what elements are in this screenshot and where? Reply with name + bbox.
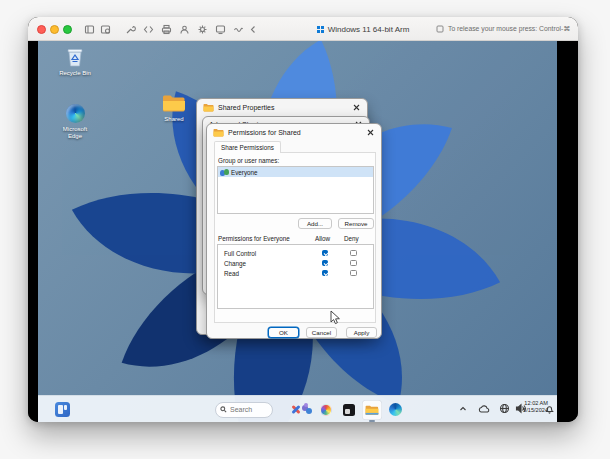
desktop-icon-shared-folder[interactable]: Shared	[152, 91, 196, 123]
tray-date: 5/15/2024	[512, 407, 548, 414]
taskbar: 12:02 AM 5/15/2024	[38, 395, 557, 422]
windows-desktop: Recycle Bin Microsoft Edge Shared	[38, 41, 557, 422]
dialog-titlebar: Permissions for Shared	[207, 124, 381, 140]
folder-icon	[203, 103, 214, 112]
add-button[interactable]: Add...	[298, 218, 332, 229]
group-list-item[interactable]: Everyone	[218, 167, 373, 177]
printer-icon[interactable]	[161, 24, 172, 35]
onedrive-cloud-icon[interactable]	[478, 404, 491, 414]
windows-logo-icon	[317, 26, 324, 33]
cancel-button[interactable]: Cancel	[306, 327, 337, 338]
mouse-cursor	[330, 310, 341, 325]
snapshots-icon[interactable]	[100, 24, 111, 35]
vm-screen: Recycle Bin Microsoft Edge Shared	[28, 41, 578, 422]
permissions-dialog: Permissions for Shared Share Permissions…	[206, 123, 382, 339]
tray-clock[interactable]: 12:02 AM 5/15/2024	[512, 400, 548, 414]
fullscreen-arrows-icon[interactable]	[143, 24, 154, 35]
user-icon[interactable]	[179, 24, 190, 35]
tab-share-permissions[interactable]: Share Permissions	[214, 141, 281, 153]
desktop-icon-label: Shared	[152, 116, 196, 123]
close-icon[interactable]	[366, 128, 375, 137]
tray-chevron-up-icon[interactable]	[459, 405, 467, 413]
close-traffic-light[interactable]	[37, 25, 46, 34]
search-icon	[220, 406, 227, 413]
widgets-icon[interactable]	[55, 402, 70, 417]
allow-checkbox[interactable]	[322, 250, 329, 257]
desktop-icon-microsoft-edge[interactable]: Microsoft Edge	[53, 101, 97, 139]
allow-checkbox[interactable]	[322, 270, 329, 277]
signal-wave-icon[interactable]	[233, 24, 244, 35]
snipping-tool-icon[interactable]	[343, 404, 355, 416]
desktop-icon-label: Recycle Bin	[53, 70, 97, 77]
permissions-for-label: Permissions for Everyone	[218, 235, 290, 242]
permission-row: Read	[218, 268, 373, 278]
group-list[interactable]: Everyone	[217, 166, 374, 214]
ok-button[interactable]: OK	[268, 327, 299, 338]
gear-icon[interactable]	[197, 24, 208, 35]
edge-taskbar-icon[interactable]	[389, 403, 402, 416]
search-input[interactable]	[230, 406, 268, 413]
permission-name: Read	[224, 270, 239, 277]
desktop-icon-recycle-bin[interactable]: Recycle Bin	[53, 45, 97, 77]
deny-checkbox[interactable]	[350, 270, 357, 277]
wrench-icon[interactable]	[125, 24, 136, 35]
search-box[interactable]	[215, 402, 273, 418]
remove-button[interactable]: Remove	[338, 218, 374, 229]
vm-screen-icon[interactable]	[84, 24, 95, 35]
dialog-title: Permissions for Shared	[228, 129, 301, 136]
folder-icon	[213, 128, 224, 137]
users-group-icon	[220, 169, 228, 176]
folder-icon	[162, 91, 186, 115]
recycle-bin-icon	[63, 45, 87, 69]
allow-column-header: Allow	[315, 235, 330, 242]
host-titlebar: Windows 11 64-bit Arm To release your mo…	[28, 17, 578, 41]
close-icon[interactable]	[352, 103, 361, 112]
zoom-traffic-light[interactable]	[63, 25, 72, 34]
tray-time: 12:02 AM	[512, 400, 548, 407]
display-icon[interactable]	[215, 24, 226, 35]
deny-checkbox[interactable]	[350, 260, 357, 267]
permission-name: Change	[224, 260, 246, 267]
photos-icon[interactable]	[320, 404, 332, 416]
allow-checkbox[interactable]	[322, 260, 329, 267]
permission-name: Full Control	[224, 250, 256, 257]
minimize-traffic-light[interactable]	[50, 25, 59, 34]
deny-checkbox[interactable]	[350, 250, 357, 257]
notification-bell-icon[interactable]	[545, 404, 554, 414]
permission-row: Full Control	[218, 248, 373, 258]
permission-row: Change	[218, 258, 373, 268]
dialog-title: Shared Properties	[218, 104, 274, 111]
group-name: Everyone	[231, 169, 258, 176]
dialog-titlebar: Shared Properties	[197, 99, 367, 115]
vm-window-title: Windows 11 64-bit Arm	[283, 17, 443, 41]
apply-button[interactable]: Apply	[346, 327, 377, 338]
frame-icon	[436, 25, 444, 33]
network-globe-icon[interactable]	[499, 403, 510, 414]
copilot-icon[interactable]	[301, 403, 314, 416]
vm-host-window: Windows 11 64-bit Arm To release your mo…	[28, 17, 578, 422]
permissions-list: Full Control Change Read	[217, 244, 374, 309]
edge-icon	[63, 101, 87, 125]
tab-page: Group or user names: Everyone Add... Rem…	[214, 152, 376, 323]
start-button-icon[interactable]	[187, 404, 199, 416]
group-names-label: Group or user names:	[218, 157, 279, 164]
deny-column-header: Deny	[344, 235, 359, 242]
mouse-release-hint: To release your mouse press: Control-⌘	[436, 17, 570, 41]
desktop-icon-label: Microsoft Edge	[55, 126, 95, 139]
file-explorer-icon[interactable]	[362, 400, 382, 420]
back-chevron-icon[interactable]	[248, 24, 259, 35]
